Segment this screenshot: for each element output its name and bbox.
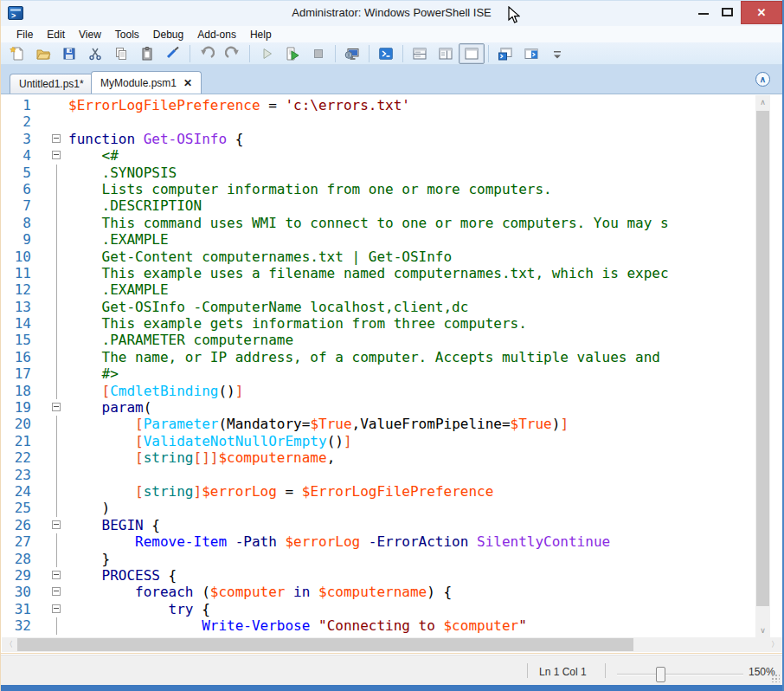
new-powershell-tab-button[interactable] xyxy=(492,43,518,64)
run-selection-button[interactable] xyxy=(280,43,305,64)
line-number: 23 xyxy=(1,467,44,483)
show-script-pane-right-button[interactable] xyxy=(433,43,459,64)
code-area[interactable]: 1$ErrorLogFilePreference = 'c:\errors.tx… xyxy=(1,94,755,638)
code-text: Get-OSInfo -ComputerName localhost,clien… xyxy=(68,299,755,315)
new-remote-powershell-tab-button[interactable] xyxy=(339,43,365,64)
resize-grip[interactable] xyxy=(771,674,780,682)
tab-strip: Untitled1.ps1* MyModule.psm1 ✕ ∧ xyxy=(1,65,782,94)
vertical-scrollbar[interactable]: ∧ ∨ xyxy=(755,95,770,638)
stop-operation-button[interactable] xyxy=(305,43,331,64)
tab-untitled1[interactable]: Untitled1.ps1* xyxy=(10,74,93,94)
undo-button[interactable] xyxy=(194,43,220,64)
code-line[interactable]: 32 Write-Verbose "Connecting to $compute… xyxy=(1,617,755,634)
statusbar-separator xyxy=(605,663,606,678)
toolbar-overflow-button[interactable] xyxy=(544,43,570,64)
code-line[interactable]: 30 foreach ($computer in $computername) … xyxy=(1,584,755,600)
save-button[interactable] xyxy=(56,43,82,64)
title-bar: Administrator: Windows PowerShell ISE ✕ xyxy=(1,0,782,26)
fold-collapse-icon[interactable] xyxy=(44,584,68,600)
code-line[interactable]: 16 The name, or IP address, of a compute… xyxy=(1,349,755,365)
code-line[interactable]: 8 This command uses WMI to connect to on… xyxy=(1,215,755,231)
copy-button[interactable] xyxy=(108,43,134,64)
show-script-pane-top-button[interactable] xyxy=(407,43,433,64)
run-script-button[interactable] xyxy=(254,43,280,64)
code-line[interactable]: 12 .EXAMPLE xyxy=(1,281,755,298)
start-powershell-button[interactable] xyxy=(373,43,399,64)
vertical-scroll-thumb[interactable] xyxy=(756,111,769,606)
window-bottom-border xyxy=(1,685,782,691)
collapse-pane-button[interactable]: ∧ xyxy=(755,72,770,87)
code-line[interactable]: 10 Get-Content computernames.txt | Get-O… xyxy=(1,249,755,265)
code-line[interactable]: 18 [CmdletBinding()] xyxy=(1,383,755,399)
code-line[interactable]: 14 This example gets information from th… xyxy=(1,315,755,332)
code-line[interactable]: 2 xyxy=(1,113,755,130)
code-line[interactable]: 26 BEGIN { xyxy=(1,517,755,533)
code-line[interactable]: 27 Remove-Item -Path $errorLog -ErrorAct… xyxy=(1,533,755,550)
code-line[interactable]: 28 } xyxy=(1,551,755,567)
tab-mymodule[interactable]: MyModule.psm1 ✕ xyxy=(91,71,202,94)
code-line[interactable]: 22 [string[]]$computername, xyxy=(1,449,755,466)
paste-button[interactable] xyxy=(134,43,160,64)
code-text: This command uses WMI to connect to one … xyxy=(68,215,755,231)
scroll-down-arrow-icon[interactable]: ∨ xyxy=(755,623,770,638)
menu-item-addons[interactable]: Add-ons xyxy=(190,27,243,42)
scroll-right-arrow-icon[interactable]: 〉 xyxy=(768,637,782,652)
powershell-console-icon xyxy=(378,46,394,61)
window-title: Administrator: Windows PowerShell ISE xyxy=(1,6,782,19)
open-script-button[interactable] xyxy=(30,43,56,64)
fold-collapse-icon[interactable] xyxy=(44,131,68,147)
clear-console-button[interactable] xyxy=(160,43,186,64)
zoom-slider-thumb[interactable] xyxy=(656,667,665,682)
new-remote-tab-button[interactable] xyxy=(518,43,544,64)
maximize-button[interactable] xyxy=(717,1,738,24)
code-line[interactable]: 25 ) xyxy=(1,500,755,516)
code-line[interactable]: 3function Get-OSInfo { xyxy=(1,131,755,147)
open-folder-icon xyxy=(35,46,51,61)
fold-collapse-icon[interactable] xyxy=(44,399,68,416)
scroll-left-arrow-icon[interactable]: 〈 xyxy=(2,637,16,652)
script-editor-pane[interactable]: 1$ErrorLogFilePreference = 'c:\errors.tx… xyxy=(1,94,783,654)
close-button[interactable]: ✕ xyxy=(741,1,782,24)
new-script-button[interactable] xyxy=(4,43,30,64)
fold-collapse-icon[interactable] xyxy=(44,517,68,533)
code-line[interactable]: 29 PROCESS { xyxy=(1,567,755,584)
code-line[interactable]: 21 [ValidateNotNullOrEmpty()] xyxy=(1,433,755,449)
code-line[interactable]: 5 .SYNOPSIS xyxy=(1,165,755,181)
code-line[interactable]: 9 .EXAMPLE xyxy=(1,231,755,248)
tab-close-icon[interactable]: ✕ xyxy=(183,77,192,89)
code-line[interactable]: 1$ErrorLogFilePreference = 'c:\errors.tx… xyxy=(1,97,755,113)
menu-item-edit[interactable]: Edit xyxy=(40,27,72,42)
code-line[interactable]: 23 xyxy=(1,467,755,483)
code-line[interactable]: 15 .PARAMETER computername xyxy=(1,332,755,348)
menu-item-view[interactable]: View xyxy=(72,27,108,42)
horizontal-scroll-thumb[interactable] xyxy=(17,638,633,651)
code-line[interactable]: 4 <# xyxy=(1,147,755,164)
fold-margin xyxy=(44,449,68,466)
code-line[interactable]: 11 This example uses a filename named co… xyxy=(1,265,755,281)
show-script-pane-maximized-button[interactable] xyxy=(459,43,485,64)
code-line[interactable]: 24 [string]$errorLog = $ErrorLogFilePref… xyxy=(1,483,755,500)
code-line[interactable]: 17 #> xyxy=(1,365,755,382)
menu-item-tools[interactable]: Tools xyxy=(108,27,146,42)
cut-button[interactable] xyxy=(82,43,108,64)
minimize-button[interactable] xyxy=(693,1,714,24)
line-number: 11 xyxy=(1,265,44,281)
code-text: $ErrorLogFilePreference = 'c:\errors.txt… xyxy=(68,97,755,113)
code-line[interactable]: 6 Lists computer information from one or… xyxy=(1,181,755,197)
zoom-slider[interactable] xyxy=(617,674,743,675)
code-line[interactable]: 13 Get-OSInfo -ComputerName localhost,cl… xyxy=(1,299,755,315)
fold-collapse-icon[interactable] xyxy=(44,601,68,617)
code-line[interactable]: 31 try { xyxy=(1,601,755,617)
redo-button[interactable] xyxy=(220,43,246,64)
scroll-up-arrow-icon[interactable]: ∧ xyxy=(755,95,770,110)
code-line[interactable]: 20 [Parameter(Mandatory=$True,ValueFromP… xyxy=(1,416,755,432)
menu-item-file[interactable]: File xyxy=(10,27,40,42)
horizontal-scrollbar[interactable]: 〈 〉 xyxy=(2,637,782,652)
fold-collapse-icon[interactable] xyxy=(44,567,68,584)
fold-collapse-icon[interactable] xyxy=(44,147,68,164)
code-line[interactable]: 7 .DESCRIPTION xyxy=(1,197,755,214)
menu-item-debug[interactable]: Debug xyxy=(146,27,190,42)
code-text: .EXAMPLE xyxy=(68,281,755,298)
code-line[interactable]: 19 param( xyxy=(1,399,755,416)
menu-item-help[interactable]: Help xyxy=(243,27,279,42)
